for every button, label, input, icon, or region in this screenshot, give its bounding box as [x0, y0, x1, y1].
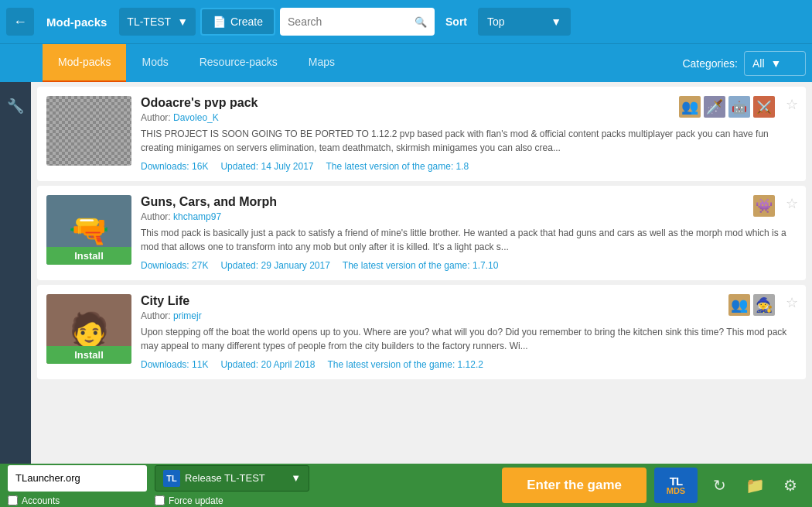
- pack-icon-robot: 🤖: [728, 96, 750, 118]
- favorite-button[interactable]: ☆: [786, 195, 798, 212]
- accounts-label: Accounts: [22, 495, 60, 506]
- search-box[interactable]: 🔍: [280, 8, 435, 36]
- sidebar-wrench-icon[interactable]: 🔧: [7, 90, 24, 122]
- pack-meta: Downloads: 27K Updated: 29 January 2017 …: [141, 260, 797, 271]
- chevron-down-icon: ▼: [177, 15, 188, 28]
- city-image: 🧑: [69, 310, 109, 348]
- pack-title: City Life: [141, 294, 797, 308]
- release-label: Release TL-TEST: [185, 472, 265, 484]
- tab-modpacks[interactable]: Mod-packs: [43, 44, 126, 83]
- version-selector[interactable]: TL-TEST ▼: [119, 8, 196, 36]
- top-label: Top: [487, 15, 505, 28]
- pack-author: Author: primejr: [141, 310, 797, 321]
- pack-icon-creeper: 👾: [753, 195, 775, 217]
- url-input[interactable]: [8, 465, 147, 492]
- search-icon: 🔍: [415, 16, 427, 28]
- pack-author: Author: khchamp97: [141, 211, 797, 222]
- pack-description: This mod pack is basically just a pack t…: [141, 226, 797, 254]
- chevron-down-icon: ▼: [551, 15, 561, 28]
- version-label: TL-TEST: [127, 15, 171, 28]
- downloads-label: Downloads: 16K: [141, 161, 208, 172]
- tab-resource-packs[interactable]: Resource-packs: [184, 44, 293, 83]
- enter-game-button[interactable]: Enter the game: [502, 468, 647, 503]
- accounts-checkbox[interactable]: [8, 495, 18, 505]
- pack-author-link[interactable]: khchamp97: [173, 211, 221, 222]
- top-selector[interactable]: Top ▼: [478, 8, 571, 36]
- version-label: The latest version of the game: 1.12.2: [328, 359, 483, 370]
- release-icon: TL: [163, 470, 180, 487]
- sidebar: 🔧: [0, 82, 31, 464]
- pack-thumbnail: 🧑 Install: [46, 294, 131, 364]
- tab-mods-label: Mods: [142, 56, 168, 68]
- pack-description: THIS PROJECT IS SOON GOING TO BE PORTED …: [141, 127, 797, 155]
- tl-logo-mds: MDS: [667, 487, 685, 495]
- chevron-down-icon: ▼: [771, 57, 782, 70]
- force-update-checkbox[interactable]: [155, 495, 165, 505]
- install-button[interactable]: Install: [46, 247, 131, 265]
- create-button[interactable]: 📄 Create: [200, 8, 275, 36]
- pack-info: Guns, Cars, and Morph Author: khchamp97 …: [141, 195, 797, 271]
- release-selector[interactable]: TL Release TL-TEST ▼: [155, 465, 309, 492]
- pack-author-link[interactable]: Davoleo_K: [173, 112, 219, 123]
- main-area: 🔧 Odoacre's pvp pack Author: Davoleo_K T…: [0, 82, 812, 464]
- settings-icon: ⚙: [783, 476, 797, 495]
- pack-icon-persons: 👥: [679, 96, 701, 118]
- force-update-label: Force update: [169, 495, 223, 506]
- back-button[interactable]: ←: [6, 8, 34, 36]
- folder-button[interactable]: 📁: [741, 471, 769, 499]
- modpacks-label: Mod-packs: [39, 15, 114, 29]
- favorite-button[interactable]: ☆: [786, 294, 798, 311]
- tab-maps-label: Maps: [309, 56, 335, 68]
- install-button[interactable]: Install: [46, 346, 131, 364]
- pack-icons: 👾: [753, 195, 775, 217]
- refresh-button[interactable]: ↻: [705, 471, 733, 499]
- tab-modpacks-label: Mod-packs: [58, 56, 111, 68]
- tl-logo: TL MDS: [654, 468, 698, 503]
- accounts-checkbox-row: Accounts: [8, 495, 147, 506]
- pack-thumbnail: 🔫 Install: [46, 195, 131, 265]
- refresh-icon: ↻: [713, 476, 726, 495]
- downloads-value: 16K: [192, 161, 208, 172]
- version-label: The latest version of the game: 1.7.10: [343, 260, 498, 271]
- pack-icons: 👥 🧙: [728, 294, 775, 316]
- updated-label: Updated: 29 January 2017: [220, 260, 329, 271]
- updated-value: 14 July 2017: [261, 161, 313, 172]
- create-icon: 📄: [213, 15, 226, 28]
- pack-icon-knight: 🧙: [753, 294, 775, 316]
- updated-value: 29 January 2017: [261, 260, 329, 271]
- updated-label: Updated: 14 July 2017: [220, 161, 313, 172]
- chevron-down-icon: ▼: [291, 472, 301, 484]
- gun-image: 🔫: [69, 211, 109, 249]
- updated-value: 20 April 2018: [261, 359, 315, 370]
- categories-selector[interactable]: All ▼: [744, 51, 806, 76]
- updated-label: Updated: 20 April 2018: [220, 359, 315, 370]
- pack-item: 🔫 Install Guns, Cars, and Morph Author: …: [37, 186, 806, 280]
- pack-icons: 👥 🗡️ 🤖 ⚔️: [679, 96, 775, 118]
- downloads-label: Downloads: 11K: [141, 359, 208, 370]
- tab-mods[interactable]: Mods: [126, 44, 183, 83]
- release-icon-text: TL: [166, 474, 176, 483]
- pack-author-link[interactable]: primejr: [173, 310, 202, 321]
- create-label: Create: [230, 15, 263, 28]
- folder-icon: 📁: [745, 476, 765, 495]
- pack-description: Upon stepping off the boat the world ope…: [141, 325, 797, 353]
- pack-meta: Downloads: 16K Updated: 14 July 2017 The…: [141, 161, 797, 172]
- tl-logo-tl: TL: [670, 475, 682, 487]
- sort-label: Sort: [439, 15, 473, 28]
- pack-icon-tools: ⚔️: [753, 96, 775, 118]
- pack-icon-persons: 👥: [728, 294, 750, 316]
- tab-resource-packs-label: Resource-packs: [200, 56, 278, 68]
- pack-title: Guns, Cars, and Morph: [141, 195, 797, 209]
- settings-button[interactable]: ⚙: [776, 471, 804, 499]
- favorite-button[interactable]: ☆: [786, 96, 798, 113]
- downloads-value: 27K: [192, 260, 208, 271]
- back-icon: ←: [13, 14, 27, 30]
- pack-icon-sword: 🗡️: [704, 96, 725, 118]
- pack-meta: Downloads: 11K Updated: 20 April 2018 Th…: [141, 359, 797, 370]
- url-and-accounts: Accounts: [8, 465, 147, 506]
- search-input[interactable]: [288, 15, 410, 28]
- tab-maps[interactable]: Maps: [293, 44, 350, 83]
- enter-game-label: Enter the game: [527, 478, 622, 492]
- pack-thumbnail: [46, 96, 131, 166]
- downloads-label: Downloads: 27K: [141, 260, 208, 271]
